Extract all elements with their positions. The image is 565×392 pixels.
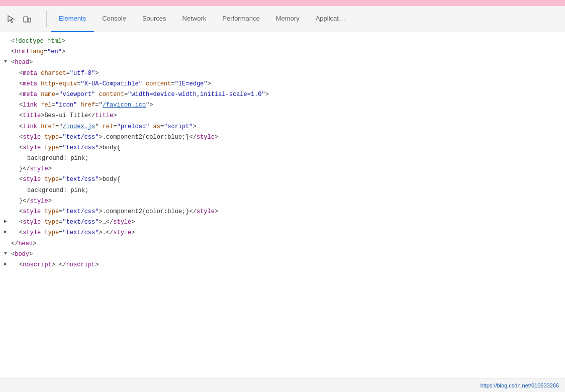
triangle-noscript[interactable]: ▶ (4, 260, 11, 268)
triangle-style-2[interactable]: ▶ (4, 228, 11, 236)
code-line-22[interactable]: ▶ <noscript>…</noscript> (0, 260, 565, 270)
tabs-bar: Elements Console Sources Network Perform… (0, 6, 565, 32)
device-toggle-icon[interactable] (20, 12, 34, 26)
code-line-14[interactable]: <style type="text/css">body{ (0, 174, 565, 185)
tab-network[interactable]: Network (174, 6, 215, 32)
svg-rect-1 (28, 18, 31, 22)
code-line-3[interactable]: ▼ <head> (0, 57, 565, 68)
tab-elements[interactable]: Elements (51, 6, 94, 32)
code-line-20[interactable]: </head> (0, 239, 565, 249)
triangle-head[interactable]: ▼ (4, 58, 11, 66)
triangle-body[interactable]: ▼ (4, 250, 11, 258)
code-line-6[interactable]: <meta name="viewport" content="width=dev… (0, 89, 565, 100)
code-line-16[interactable]: }</style> (0, 196, 565, 207)
status-link[interactable]: https://blog.csdn.net/010633266 (480, 382, 559, 388)
code-line-13[interactable]: }</style> (0, 164, 565, 174)
code-line-7[interactable]: <link rel="icon" href="/favicon.ico"> (0, 100, 565, 111)
code-line-17[interactable]: <style type="text/css">.component2{color… (0, 207, 565, 217)
code-line-4[interactable]: <meta charset="utf-8"> (0, 68, 565, 79)
code-line-8[interactable]: <title>Bes-ui Title</title> (0, 111, 565, 121)
tab-sources[interactable]: Sources (134, 6, 174, 32)
status-bar: https://blog.csdn.net/010633266 (0, 378, 565, 392)
code-line-10[interactable]: <style type="text/css">.component2{color… (0, 132, 565, 143)
tab-console[interactable]: Console (94, 6, 134, 32)
toolbar-icons (4, 12, 34, 26)
tab-performance[interactable]: Performance (214, 6, 267, 32)
code-line-15[interactable]: background: pink; (0, 185, 565, 196)
code-line-21[interactable]: ▼ <body> (0, 249, 565, 260)
tab-application[interactable]: Applicat… (308, 6, 353, 32)
code-line-19[interactable]: ▶ <style type="text/css">…</style> (0, 228, 565, 238)
triangle-style-1[interactable]: ▶ (4, 218, 11, 226)
code-line-2[interactable]: <html lang="en"> (0, 47, 565, 57)
elements-panel-content: <!doctype html> <html lang="en"> ▼ <head… (0, 32, 565, 378)
code-line-9[interactable]: <link href="/index.js" rel="preload" as=… (0, 122, 565, 132)
code-line-18[interactable]: ▶ <style type="text/css">…</style> (0, 217, 565, 228)
svg-point-2 (25, 21, 26, 22)
tab-memory[interactable]: Memory (268, 6, 308, 32)
code-line-1[interactable]: <!doctype html> (0, 36, 565, 47)
devtools-panel: Elements Console Sources Network Perform… (0, 6, 565, 392)
code-line-11[interactable]: <style type="text/css">body{ (0, 143, 565, 153)
tab-separator (46, 11, 47, 27)
inspect-element-icon[interactable] (4, 12, 18, 26)
code-line-12[interactable]: background: pink; (0, 153, 565, 164)
top-bar (0, 0, 565, 6)
code-line-5[interactable]: <meta http-equiv="X-UA-Compatible" conte… (0, 79, 565, 89)
